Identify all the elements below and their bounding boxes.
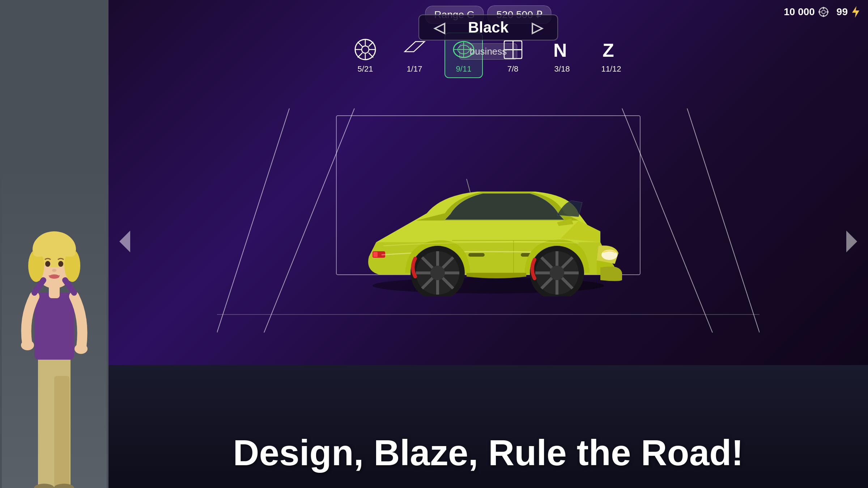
svg-line-35 (358, 53, 362, 57)
body-count: 9/11 (456, 64, 472, 74)
svg-line-33 (369, 53, 373, 57)
character-panel (0, 0, 109, 488)
svg-point-27 (362, 46, 369, 53)
svg-marker-74 (119, 231, 130, 252)
color-name-text: Black (452, 19, 524, 36)
car-display (326, 139, 651, 302)
svg-text:Z: Z (603, 40, 614, 61)
svg-point-15 (21, 340, 34, 350)
svg-point-65 (430, 266, 445, 280)
svg-line-73 (467, 179, 470, 192)
showcase-area: ◁ Black ▷ business (109, 80, 868, 361)
tagline-section: Design, Blaze, Rule the Road! (109, 432, 868, 474)
svg-rect-56 (373, 252, 378, 257)
svg-point-20 (822, 10, 825, 14)
svg-line-34 (369, 42, 373, 47)
z-badge-icon: Z (599, 37, 624, 62)
svg-rect-23 (818, 11, 821, 13)
character-image (2, 163, 107, 488)
wheels-count: 5/21 (358, 64, 373, 74)
svg-point-72 (550, 266, 564, 280)
svg-line-49 (687, 108, 760, 333)
bolt-icon (851, 5, 861, 18)
n-badge-count: 3/18 (554, 64, 570, 74)
wheel-icon (353, 37, 378, 62)
color-selector: ◁ Black ▷ business (418, 14, 558, 60)
svg-point-13 (52, 269, 56, 272)
stripe-count: 1/17 (407, 64, 422, 74)
tagline-text: Design, Blaze, Rule the Road! (233, 432, 743, 473)
coins-value: 10 000 (784, 6, 815, 18)
currency-bar: 10 000 99 (784, 5, 861, 18)
color-prev-button[interactable]: ◁ (434, 19, 445, 36)
svg-rect-24 (826, 11, 829, 13)
svg-rect-4 (34, 293, 74, 360)
svg-point-11 (45, 261, 50, 267)
svg-point-16 (75, 344, 88, 354)
color-next-button[interactable]: ▷ (532, 19, 543, 36)
svg-rect-22 (823, 15, 824, 17)
svg-rect-10 (33, 244, 75, 257)
color-type-badge: business (459, 43, 518, 60)
svg-line-32 (358, 42, 362, 47)
bottom-area: Design, Blaze, Rule the Road! (109, 365, 868, 488)
svg-point-14 (49, 274, 59, 279)
svg-marker-75 (846, 231, 857, 252)
prev-car-button[interactable] (116, 229, 134, 259)
svg-rect-58 (468, 253, 485, 257)
z-badge-count: 11/12 (601, 64, 621, 74)
character-svg (7, 174, 101, 488)
gear-icon (818, 6, 829, 18)
color-name-box: ◁ Black ▷ (418, 14, 558, 40)
car-svg (326, 145, 651, 296)
tab-wheels[interactable]: 5/21 (346, 33, 384, 78)
svg-rect-1 (54, 376, 69, 488)
svg-line-47 (217, 108, 289, 333)
coins-display: 10 000 (784, 6, 829, 18)
bolts-display: 99 (837, 5, 861, 18)
svg-rect-21 (823, 7, 824, 9)
next-car-button[interactable] (843, 229, 861, 259)
svg-marker-25 (852, 6, 859, 18)
tab-z-badge[interactable]: Z 11/12 (592, 33, 630, 78)
window-count: 7/8 (507, 64, 519, 74)
bolts-value: 99 (837, 6, 848, 18)
svg-point-12 (58, 261, 63, 267)
